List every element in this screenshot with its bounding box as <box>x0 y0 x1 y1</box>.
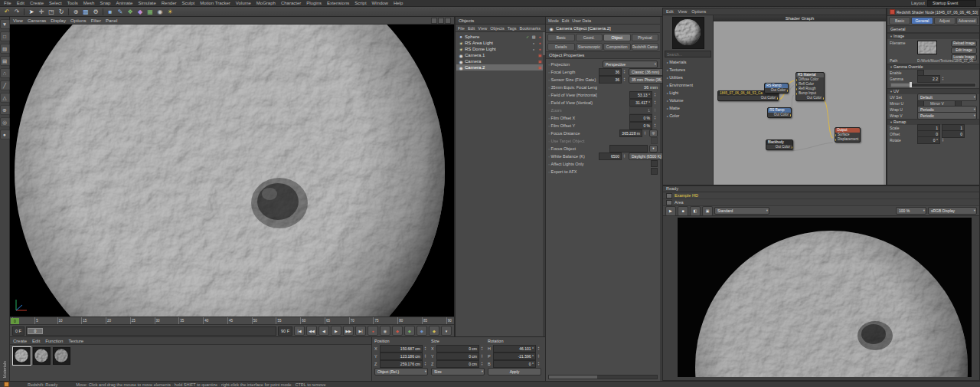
timeline-slider[interactable]: 0 <box>26 326 276 336</box>
ramp-node-2[interactable]: RS Ramp Out Color <box>767 107 792 118</box>
texture-thumbnail[interactable] <box>917 41 937 54</box>
pv-fullscreen-button[interactable]: ▣ <box>702 206 713 216</box>
vp-menu-options[interactable]: Options <box>70 18 87 23</box>
node-category-materials[interactable]: Materials <box>665 59 711 65</box>
shader-graph-canvas[interactable]: 1845_07_06_06_46_53_Ca Out Color RS Ramp… <box>714 21 886 185</box>
layer-dot-icon[interactable] <box>531 48 536 51</box>
canvas-scrollbar[interactable] <box>884 21 886 185</box>
material-thumbnail[interactable] <box>53 347 70 365</box>
image-group-header[interactable]: Image <box>887 33 979 39</box>
material-thumbnail[interactable] <box>33 347 51 365</box>
spinner-icon[interactable] <box>654 123 658 128</box>
go-start-button[interactable]: |◀ <box>294 326 305 336</box>
timeline-ruler[interactable]: 0 0 5 10 15 20 25 30 35 40 45 50 55 60 6… <box>10 316 454 324</box>
menu-script[interactable]: Script <box>354 1 366 5</box>
mat-menu-texture[interactable]: Texture <box>68 339 83 343</box>
texture-mode-icon[interactable]: ▨ <box>0 44 10 54</box>
pos-z-field[interactable]: 259.176 cm <box>380 360 423 368</box>
ramp-out-port[interactable]: Out Color <box>765 88 788 93</box>
prev-frame-button[interactable]: ◀ <box>318 326 329 336</box>
vp-menu-view[interactable]: View <box>13 18 23 23</box>
viewport-lock-icon[interactable]: ● <box>0 130 10 139</box>
menu-help[interactable]: Help <box>394 1 403 5</box>
object-row-camera[interactable]: Camera <box>456 58 544 64</box>
node-category-environment[interactable]: Environment <box>665 82 711 88</box>
attribute-hscrollbar[interactable] <box>548 375 658 379</box>
np-tab-basic[interactable]: Basic <box>889 17 910 25</box>
reload-image-button[interactable]: Reload Image <box>951 41 977 47</box>
menu-file[interactable]: File <box>4 1 11 5</box>
obj-menu-bookmarks[interactable]: Bookmarks <box>519 26 541 31</box>
ramp-out-port[interactable]: Out Color <box>768 113 791 117</box>
frame-end-field[interactable]: 90 F <box>278 326 292 336</box>
size-y-field[interactable]: 0 cm <box>436 353 479 360</box>
spinner-icon[interactable] <box>654 93 658 97</box>
vp-menu-display[interactable]: Display <box>51 18 66 23</box>
pv-compare-button[interactable]: ◧ <box>690 206 701 216</box>
gamma-field[interactable]: 2.2 <box>917 75 940 83</box>
rotate-field[interactable]: 0 ° <box>917 136 940 144</box>
blackbody-node[interactable]: Blackbody Out Color <box>766 139 793 150</box>
scale-icon[interactable]: ◳ <box>47 8 56 16</box>
history-row-2[interactable]: Area <box>663 199 979 206</box>
output-node[interactable]: Output Surface Displacement <box>835 127 861 143</box>
size-x-field[interactable]: 0 cm <box>436 345 479 353</box>
prev-key-button[interactable]: ◀◀ <box>306 326 317 336</box>
viewport-views-icon[interactable] <box>445 18 451 24</box>
enable-axis-icon[interactable]: ⊕ <box>0 105 10 115</box>
spinner-icon[interactable] <box>623 77 627 82</box>
layout-dropdown[interactable]: Startup Event <box>927 0 976 7</box>
menu-render[interactable]: Render <box>162 1 177 5</box>
spinner-icon[interactable] <box>424 354 428 359</box>
spinner-icon[interactable] <box>654 116 658 120</box>
node-category-volume[interactable]: Volume <box>665 97 711 103</box>
spline-pen-icon[interactable]: ✎ <box>116 8 125 16</box>
node-category-light[interactable]: Light <box>665 90 711 96</box>
menu-edit[interactable]: Edit <box>17 1 24 5</box>
affect-lights-only-checkbox[interactable] <box>651 160 658 167</box>
menu-snap[interactable]: Snap <box>100 1 110 5</box>
focus-object-field[interactable] <box>609 145 648 153</box>
fov-horizontal-field[interactable]: 53.13 ° <box>629 91 652 99</box>
spinner-icon[interactable] <box>644 131 648 136</box>
texture-tag-icon[interactable] <box>531 34 536 39</box>
spinner-icon[interactable] <box>481 354 485 359</box>
size-mode-dropdown[interactable]: Size <box>431 368 485 376</box>
tab-coord[interactable]: Coord. <box>576 34 603 41</box>
environment-icon[interactable]: ▦ <box>145 8 155 16</box>
render-view-icon[interactable]: ▩ <box>81 8 90 16</box>
rot-p-field[interactable]: -21.596 ° <box>493 353 536 360</box>
spinner-icon[interactable] <box>623 154 627 159</box>
mat-menu-create[interactable]: Create <box>13 339 27 343</box>
key-scale-toggle[interactable]: ◆ <box>404 326 415 336</box>
displacement-port[interactable]: Displacement <box>835 137 860 142</box>
size-z-field[interactable]: 0 cm <box>436 360 479 368</box>
export-afx-checkbox[interactable] <box>651 168 658 175</box>
live-selection-icon[interactable]: ➤ <box>27 8 36 16</box>
active-camera-icon[interactable] <box>537 59 542 64</box>
node-category-matte[interactable]: Matte <box>665 105 711 111</box>
attr-menu-mode[interactable]: Mode <box>548 18 559 23</box>
menu-extensions[interactable]: Extensions <box>327 1 349 5</box>
deformer-icon[interactable]: ◆ <box>136 8 145 16</box>
pv-stop-button[interactable]: ■ <box>678 206 688 216</box>
tab-basic[interactable]: Basic <box>547 34 575 41</box>
play-button[interactable]: ▶ <box>331 326 341 336</box>
redo-icon[interactable]: ↷ <box>12 8 21 16</box>
edges-mode-icon[interactable]: ╱ <box>0 80 10 90</box>
gamma-slider[interactable] <box>890 83 976 87</box>
sg-menu-edit[interactable]: Edit <box>666 9 673 14</box>
mat-menu-function[interactable]: Function <box>45 339 63 343</box>
uvset-dropdown[interactable]: Default <box>917 93 977 101</box>
frame-start-field[interactable]: 0 F <box>12 326 24 336</box>
menu-tools[interactable]: Tools <box>67 1 78 5</box>
object-properties-header[interactable]: Object Properties <box>546 51 660 59</box>
sg-menu-view[interactable]: View <box>678 9 687 14</box>
viewport-maximize-icon[interactable] <box>431 18 437 24</box>
spinner-icon[interactable] <box>942 77 946 81</box>
menu-animate[interactable]: Animate <box>116 1 132 5</box>
menu-mesh[interactable]: Mesh <box>83 1 95 5</box>
camera-icon[interactable]: ◉ <box>155 8 165 16</box>
snap-icon[interactable]: ◎ <box>0 117 10 127</box>
shader-search-input[interactable] <box>665 51 711 57</box>
